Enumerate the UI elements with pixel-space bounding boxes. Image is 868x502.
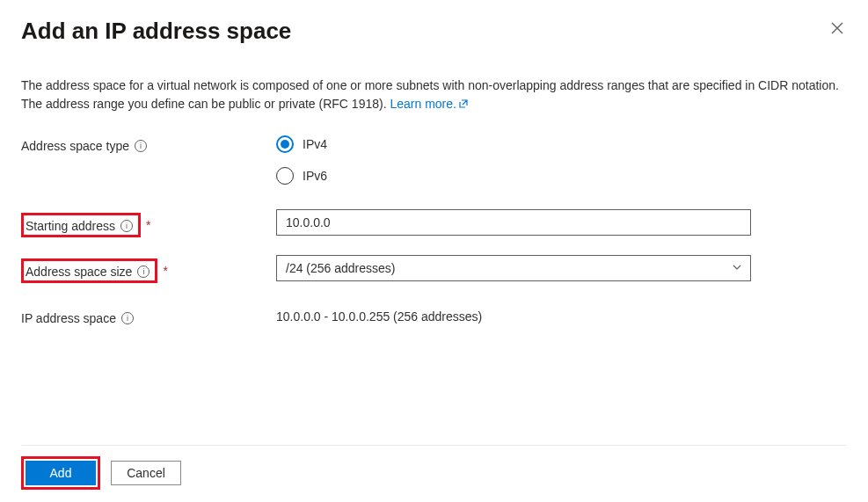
info-icon[interactable]: i (137, 266, 150, 278)
control-col: 10.0.0.0 - 10.0.0.255 (256 addresses) (276, 308, 751, 324)
control-col (276, 209, 751, 236)
radio-ipv6-label: IPv6 (303, 169, 327, 183)
required-marker: * (146, 218, 150, 232)
add-ip-space-panel: Add an IP address space The address spac… (0, 0, 868, 502)
row-address-space-type: Address space type i IPv4 IPv6 (21, 135, 847, 185)
close-button[interactable] (828, 18, 847, 40)
row-address-space-size: Address space size i * /24 (256 addresse… (21, 255, 847, 283)
radio-ipv4[interactable]: IPv4 (276, 135, 751, 153)
select-display: /24 (256 addresses) (276, 255, 751, 281)
label-col: Address space type i (21, 135, 276, 153)
control-col: IPv4 IPv6 (276, 135, 751, 185)
panel-footer: Add Cancel (21, 445, 847, 502)
required-marker: * (163, 264, 167, 278)
highlight-box: Add (21, 456, 100, 490)
ip-address-space-value: 10.0.0.0 - 10.0.0.255 (256 addresses) (276, 308, 751, 324)
cancel-button[interactable]: Cancel (111, 461, 181, 485)
select-value: /24 (256 addresses) (286, 261, 396, 275)
radio-group-ip-type: IPv4 IPv6 (276, 135, 751, 185)
external-link-icon (458, 96, 469, 114)
learn-more-link[interactable]: Learn more. (390, 97, 468, 111)
label-ip-address-space: IP address space (21, 311, 116, 325)
starting-address-input[interactable] (276, 209, 751, 236)
info-icon[interactable]: i (135, 140, 147, 152)
control-col: /24 (256 addresses) (276, 255, 751, 281)
info-icon[interactable]: i (121, 312, 134, 324)
radio-ipv6[interactable]: IPv6 (276, 167, 751, 185)
label-col: IP address space i (21, 308, 276, 325)
highlight-box: Address space size i (21, 258, 157, 283)
learn-more-label: Learn more. (390, 97, 456, 111)
label-col: Starting address i * (21, 209, 276, 237)
label-address-space-type: Address space type (21, 139, 129, 153)
address-space-size-select[interactable]: /24 (256 addresses) (276, 255, 751, 281)
panel-header: Add an IP address space (21, 18, 847, 45)
panel-title: Add an IP address space (21, 18, 291, 45)
label-starting-address: Starting address (26, 219, 115, 233)
form-body: The address space for a virtual network … (21, 76, 847, 445)
radio-ipv4-label: IPv4 (303, 137, 327, 151)
radio-icon (276, 135, 294, 153)
close-icon (831, 20, 843, 38)
label-col: Address space size i * (21, 255, 276, 283)
label-address-space-size: Address space size (26, 265, 132, 279)
highlight-box: Starting address i (21, 213, 141, 237)
radio-icon (276, 167, 294, 185)
add-button[interactable]: Add (26, 461, 96, 485)
description-text: The address space for a virtual network … (21, 76, 847, 114)
info-icon[interactable]: i (120, 220, 133, 232)
row-ip-address-space: IP address space i 10.0.0.0 - 10.0.0.255… (21, 308, 847, 325)
row-starting-address: Starting address i * (21, 209, 847, 237)
